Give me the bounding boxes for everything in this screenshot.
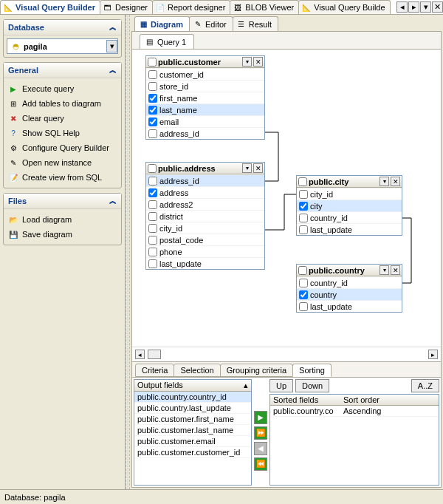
sorted-field-row[interactable]: public.country.coAscending — [270, 406, 439, 417]
column-checkbox[interactable] — [148, 200, 157, 209]
app-tab-vqb2[interactable]: 📐 Visual Query Builde — [298, 0, 390, 14]
column-row[interactable]: last_update — [297, 223, 402, 235]
output-field-row[interactable]: public.country.country_id — [134, 392, 251, 403]
query-tab-1[interactable]: ▤ Query 1 — [140, 34, 194, 49]
column-checkbox[interactable] — [148, 224, 157, 233]
column-checkbox[interactable] — [299, 190, 308, 199]
down-button[interactable]: Down — [295, 379, 329, 392]
grid-tab-sorting[interactable]: Sorting — [292, 364, 332, 377]
tab-result[interactable]: ☰ Result — [233, 16, 278, 31]
action-load-diagram[interactable]: 📂Load diagram — [7, 212, 118, 227]
output-fields-list[interactable]: Output fields▴ public.country.country_id… — [134, 379, 252, 486]
column-row[interactable]: postal_code — [146, 234, 264, 245]
table-close-icon[interactable]: ✕ — [253, 163, 263, 173]
column-checkbox[interactable] — [148, 129, 157, 138]
column-row[interactable]: store_id — [146, 80, 264, 92]
table-menu-icon[interactable]: ▾ — [242, 163, 252, 173]
move-right-button[interactable]: ▶ — [254, 411, 267, 424]
tab-diagram[interactable]: ▦ Diagram — [134, 16, 190, 31]
column-checkbox[interactable] — [148, 177, 157, 185]
action-save-diagram[interactable]: 💾Save diagram — [7, 227, 118, 242]
action-add-tables-to-diagram[interactable]: ⊞Add tables to diagram — [7, 96, 118, 111]
action-execute-query[interactable]: ▶Execute query — [7, 81, 118, 96]
column-row[interactable]: address2 — [146, 198, 264, 210]
table-public-country[interactable]: public.country▾✕country_idcountrylast_up… — [296, 264, 402, 313]
az-button[interactable]: A..Z — [411, 379, 439, 392]
column-checkbox[interactable] — [148, 94, 157, 103]
column-row[interactable]: address — [146, 186, 264, 198]
table-close-icon[interactable]: ✕ — [391, 177, 400, 186]
table-menu-icon[interactable]: ▾ — [380, 265, 389, 275]
column-checkbox[interactable] — [148, 70, 157, 79]
output-field-row[interactable]: public.customer.email — [134, 436, 251, 447]
grid-tab-grouping-criteria[interactable]: Grouping criteria — [220, 364, 293, 377]
table-close-icon[interactable]: ✕ — [253, 57, 263, 67]
move-all-left-button[interactable]: ⏪ — [254, 457, 267, 471]
tabstrip-next-button[interactable]: ▸ — [408, 1, 419, 13]
column-row[interactable]: country — [297, 288, 402, 300]
action-show-sql-help[interactable]: ?Show SQL Help — [7, 126, 118, 140]
column-row[interactable]: city_id — [146, 222, 264, 234]
app-tab-report[interactable]: 📄 Report designer — [152, 0, 230, 14]
panel-header-database[interactable]: Database ︽ — [4, 20, 121, 35]
table-public-address[interactable]: public.address▾✕address_idaddressaddress… — [145, 162, 265, 270]
action-create-view-from-sql[interactable]: 📝Create view from SQL — [7, 170, 118, 185]
tab-editor[interactable]: ✎ Editor — [189, 16, 233, 31]
column-checkbox[interactable] — [148, 212, 157, 221]
column-checkbox[interactable] — [299, 225, 308, 234]
column-row[interactable]: country_id — [297, 276, 402, 288]
column-checkbox[interactable] — [148, 248, 157, 256]
tabstrip-close-button[interactable]: ✕ — [432, 1, 443, 13]
grid-tab-selection[interactable]: Selection — [174, 364, 220, 377]
column-row[interactable]: email — [146, 115, 264, 127]
dropdown-icon[interactable]: ▾ — [106, 40, 117, 52]
output-field-row[interactable]: public.customer.customer_id — [134, 447, 251, 458]
column-checkbox[interactable] — [299, 302, 308, 311]
table-select-all[interactable] — [298, 266, 307, 275]
column-checkbox[interactable] — [148, 106, 157, 115]
canvas-hscroll[interactable]: ◂ ▸ — [132, 347, 441, 361]
column-row[interactable]: address_id — [146, 174, 264, 186]
action-configure-query-builder[interactable]: ⚙Configure Query Builder — [7, 140, 118, 155]
column-checkbox[interactable] — [148, 82, 157, 91]
scroll-right-icon[interactable]: ▸ — [428, 350, 438, 359]
app-tab-designer[interactable]: 🗔 Designer — [100, 0, 153, 14]
table-public-customer[interactable]: public.customer▾✕customer_idstore_idfirs… — [145, 55, 265, 140]
tabstrip-list-button[interactable]: ▾ — [420, 1, 431, 13]
up-button[interactable]: Up — [269, 379, 293, 392]
panel-header-general[interactable]: General ︽ — [4, 63, 121, 78]
sorted-fields-list[interactable]: Sorted fields Sort order public.country.… — [269, 394, 439, 486]
diagram-canvas[interactable]: public.customer▾✕customer_idstore_idfirs… — [132, 50, 441, 347]
column-row[interactable]: country_id — [297, 211, 402, 223]
column-row[interactable]: phone — [146, 245, 264, 257]
tabstrip-prev-button[interactable]: ◂ — [396, 1, 408, 13]
column-checkbox[interactable] — [148, 236, 157, 245]
column-checkbox[interactable] — [299, 279, 308, 287]
scroll-thumb[interactable] — [148, 350, 161, 359]
column-row[interactable]: last_name — [146, 103, 264, 115]
column-row[interactable]: city_id — [297, 188, 402, 200]
table-select-all[interactable] — [298, 177, 307, 186]
column-checkbox[interactable] — [299, 290, 308, 299]
column-row[interactable]: district — [146, 210, 264, 222]
column-checkbox[interactable] — [148, 259, 157, 268]
table-menu-icon[interactable]: ▾ — [242, 57, 252, 67]
output-field-row[interactable]: public.customer.first_name — [134, 414, 251, 425]
action-open-new-instance[interactable]: ✎Open new instance — [7, 155, 118, 170]
move-all-right-button[interactable]: ⏩ — [254, 426, 267, 440]
app-tab-vqb[interactable]: 📐 Visual Query Builder — [0, 0, 100, 14]
table-public-city[interactable]: public.city▾✕city_idcitycountry_idlast_u… — [296, 175, 402, 236]
column-row[interactable]: last_update — [297, 300, 402, 312]
database-combo[interactable]: ◓ pagila ▾ — [7, 38, 118, 54]
column-checkbox[interactable] — [299, 202, 308, 211]
column-checkbox[interactable] — [148, 188, 157, 197]
column-row[interactable]: last_update — [146, 257, 264, 269]
table-select-all[interactable] — [148, 58, 157, 67]
output-field-row[interactable]: public.country.last_update — [134, 403, 251, 414]
column-row[interactable]: city — [297, 200, 402, 211]
scroll-left-icon[interactable]: ◂ — [135, 350, 145, 359]
column-checkbox[interactable] — [299, 214, 308, 222]
output-field-row[interactable]: public.customer.last_name — [134, 425, 251, 436]
column-row[interactable]: first_name — [146, 92, 264, 103]
column-row[interactable]: customer_id — [146, 68, 264, 80]
